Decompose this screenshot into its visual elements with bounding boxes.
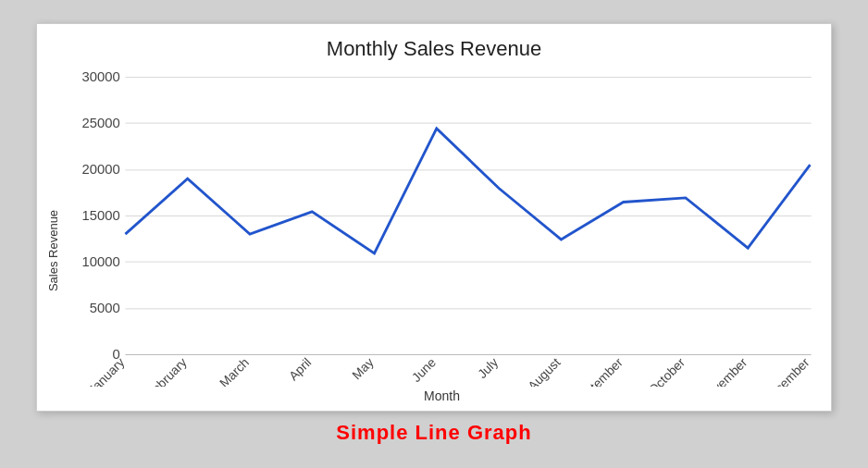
svg-text:February: February: [144, 355, 190, 387]
chart-title: Monthly Sales Revenue: [327, 37, 541, 61]
svg-text:30000: 30000: [82, 69, 120, 84]
chart-card: Monthly Sales Revenue Sales Revenue: [36, 23, 832, 412]
chart-area: Sales Revenue 0: [46, 67, 822, 407]
chart-inner: 0 5000 10000 15000 20000 25000 30000 Jan…: [62, 67, 822, 407]
svg-text:July: July: [475, 355, 501, 381]
chart-subtitle: Simple Line Graph: [336, 421, 531, 445]
svg-text:15000: 15000: [82, 208, 120, 223]
svg-text:20000: 20000: [82, 162, 120, 177]
svg-text:November: November: [699, 355, 750, 387]
x-axis-label: Month: [62, 388, 822, 407]
svg-text:10000: 10000: [82, 254, 120, 269]
svg-text:March: March: [217, 355, 252, 387]
chart-svg: 0 5000 10000 15000 20000 25000 30000 Jan…: [62, 67, 822, 387]
svg-text:January: January: [86, 355, 128, 387]
svg-text:June: June: [409, 355, 439, 385]
svg-text:December: December: [761, 355, 812, 387]
svg-text:May: May: [350, 355, 377, 382]
svg-text:October: October: [646, 355, 688, 387]
svg-text:April: April: [286, 355, 314, 383]
y-axis-label: Sales Revenue: [46, 67, 60, 407]
chart-svg-container: 0 5000 10000 15000 20000 25000 30000 Jan…: [62, 67, 822, 387]
svg-text:5000: 5000: [90, 301, 120, 315]
svg-text:September: September: [572, 355, 626, 387]
svg-text:25000: 25000: [82, 116, 120, 130]
svg-text:August: August: [526, 355, 564, 387]
